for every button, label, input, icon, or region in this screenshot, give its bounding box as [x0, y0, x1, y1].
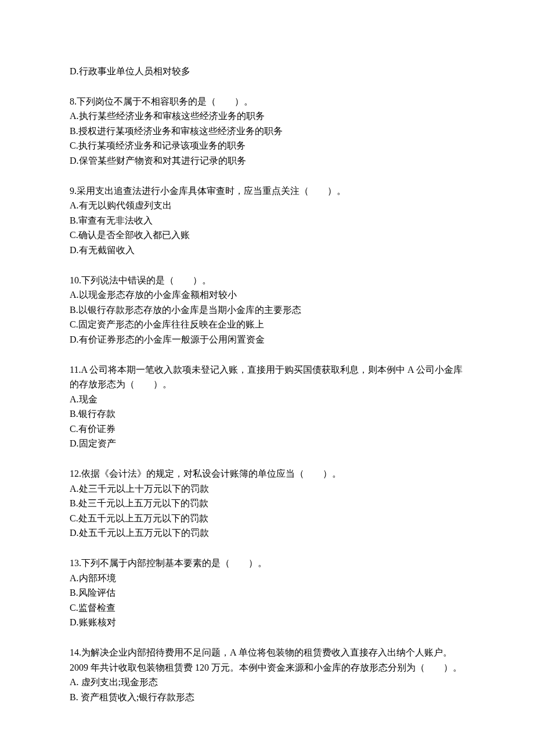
option-a: A.处三千元以上十万元以下的罚款 — [70, 481, 464, 496]
option-a: A. 虚列支出;现金形态 — [70, 675, 464, 690]
question-8: 8.下列岗位不属于不相容职务的是（ ）。 A.执行某些经济业务和审核这些经济业务… — [70, 94, 464, 168]
option-d-orphan: D.行政事业单位人员相对较多 — [70, 64, 464, 79]
option-a: A.执行某些经济业务和审核这些经济业务的职务 — [70, 109, 464, 124]
option-d: D.账账核对 — [70, 615, 464, 630]
question-stem: 8.下列岗位不属于不相容职务的是（ ）。 — [70, 94, 464, 109]
option-a: A.有无以购代领虚列支出 — [70, 198, 464, 213]
option-d: D.处五千元以上五万元以下的罚款 — [70, 525, 464, 541]
option-c: C.执行某项经济业务和记录该项业务的职务 — [70, 138, 464, 153]
question-9: 9.采用支出追查法进行小金库具体审查时，应当重点关注（ ）。 A.有无以购代领虚… — [70, 183, 464, 258]
option-d: D.保管某些财产物资和对其进行记录的职务 — [70, 153, 464, 168]
question-stem: 14.为解决企业内部招待费用不足问题，A 单位将包装物的租赁费收入直接存入出纳个… — [70, 645, 464, 675]
option-b: B.风险评估 — [70, 585, 464, 600]
question-stem: 10.下列说法中错误的是（ ）。 — [70, 273, 464, 288]
option-d: D.有价证券形态的小金库一般源于公用闲置资金 — [70, 332, 464, 347]
question-13: 13.下列不属于内部控制基本要素的是（ ）。 A.内部环境 B.风险评估 C.监… — [70, 556, 464, 630]
option-b: B. 资产租赁收入;银行存款形态 — [70, 690, 464, 705]
option-d: D.有无截留收入 — [70, 243, 464, 258]
option-d: D.固定资产 — [70, 436, 464, 451]
option-b: B.授权进行某项经济业务和审核这些经济业务的职务 — [70, 124, 464, 139]
option-c: C.固定资产形态的小金库往往反映在企业的账上 — [70, 317, 464, 332]
question-stem: 9.采用支出追查法进行小金库具体审查时，应当重点关注（ ）。 — [70, 183, 464, 199]
question-10: 10.下列说法中错误的是（ ）。 A.以现金形态存放的小金库金额相对较小 B.以… — [70, 273, 464, 347]
question-14: 14.为解决企业内部招待费用不足问题，A 单位将包装物的租赁费收入直接存入出纳个… — [70, 645, 464, 704]
question-12: 12.依据《会计法》的规定，对私设会计账簿的单位应当（ ）。 A.处三千元以上十… — [70, 466, 464, 541]
option-a: A.内部环境 — [70, 571, 464, 586]
option-b: B.审查有无非法收入 — [70, 213, 464, 228]
question-stem: 12.依据《会计法》的规定，对私设会计账簿的单位应当（ ）。 — [70, 466, 464, 481]
option-c: C.监督检查 — [70, 600, 464, 615]
question-11: 11.A 公司将本期一笔收入款项未登记入账，直接用于购买国债获取利息，则本例中 … — [70, 362, 464, 452]
option-c: C.确认是否全部收入都已入账 — [70, 228, 464, 243]
question-stem: 11.A 公司将本期一笔收入款项未登记入账，直接用于购买国债获取利息，则本例中 … — [70, 362, 464, 392]
option-b: B.处三千元以上五万元以下的罚款 — [70, 496, 464, 511]
option-a: A.现金 — [70, 392, 464, 407]
option-a: A.以现金形态存放的小金库金额相对较小 — [70, 287, 464, 303]
option-b: B.以银行存款形态存放的小金库是当期小金库的主要形态 — [70, 303, 464, 318]
option-c: C.处五千元以上五万元以下的罚款 — [70, 511, 464, 526]
option-c: C.有价证券 — [70, 422, 464, 437]
question-stem: 13.下列不属于内部控制基本要素的是（ ）。 — [70, 556, 464, 571]
option-b: B.银行存款 — [70, 406, 464, 422]
